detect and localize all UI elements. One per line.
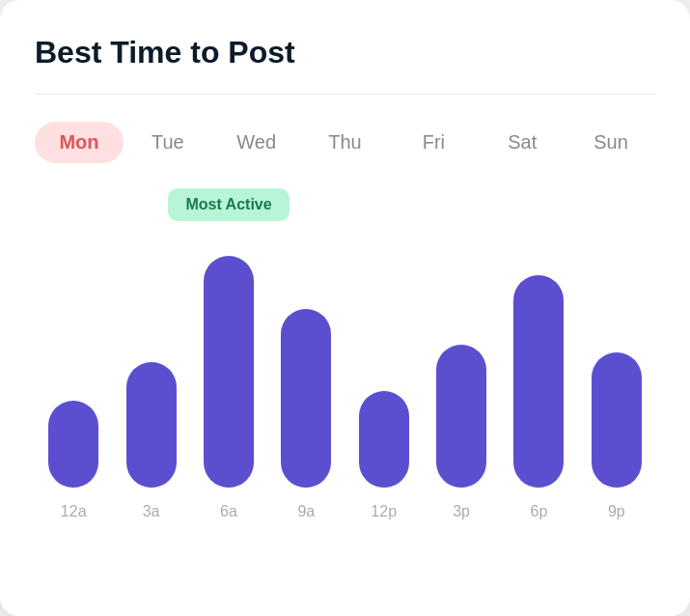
x-label-9a: 9a: [267, 503, 345, 520]
bar-col-9a: [267, 309, 345, 488]
x-label-3p: 3p: [423, 503, 500, 520]
day-tab-fri[interactable]: Fri: [389, 122, 478, 163]
bar-col-6a: [190, 256, 267, 488]
day-tab-sat[interactable]: Sat: [478, 122, 566, 163]
divider: [35, 94, 655, 95]
day-tabs: MonTueWedThuFriSatSun: [35, 122, 655, 163]
bar-col-6p: [500, 275, 577, 488]
x-label-6a: 6a: [190, 503, 267, 520]
bar-3a: [126, 362, 177, 488]
bar-col-12p: [345, 391, 423, 488]
page-title: Best Time to Post: [35, 35, 655, 70]
chart-area: Most Active 12a3a6a9a12p3p6p9p: [35, 198, 655, 589]
x-labels: 12a3a6a9a12p3p6p9p: [35, 503, 655, 520]
day-tab-wed[interactable]: Wed: [212, 122, 301, 163]
x-label-6p: 6p: [500, 503, 577, 520]
bar-col-3a: [112, 362, 189, 488]
bar-12p: [359, 391, 409, 488]
bar-col-9p: [578, 352, 655, 488]
day-tab-thu[interactable]: Thu: [301, 122, 390, 163]
bar-9p: [592, 352, 642, 488]
day-tab-mon[interactable]: Mon: [35, 122, 124, 163]
bar-col-12a: [35, 401, 112, 488]
bar-9a: [281, 309, 331, 488]
x-label-3a: 3a: [112, 503, 189, 520]
day-tab-tue[interactable]: Tue: [124, 122, 212, 163]
bars-container: [35, 198, 655, 488]
bar-3p: [436, 345, 486, 488]
most-active-badge: Most Active: [168, 188, 289, 221]
bar-6a: [204, 256, 254, 488]
x-label-9p: 9p: [578, 503, 655, 520]
x-label-12a: 12a: [35, 503, 112, 520]
bar-col-3p: [423, 345, 500, 488]
x-label-12p: 12p: [345, 503, 423, 520]
day-tab-sun[interactable]: Sun: [566, 122, 655, 163]
card: Best Time to Post MonTueWedThuFriSatSun …: [0, 0, 690, 616]
bar-6p: [513, 275, 564, 488]
bar-12a: [48, 401, 98, 488]
